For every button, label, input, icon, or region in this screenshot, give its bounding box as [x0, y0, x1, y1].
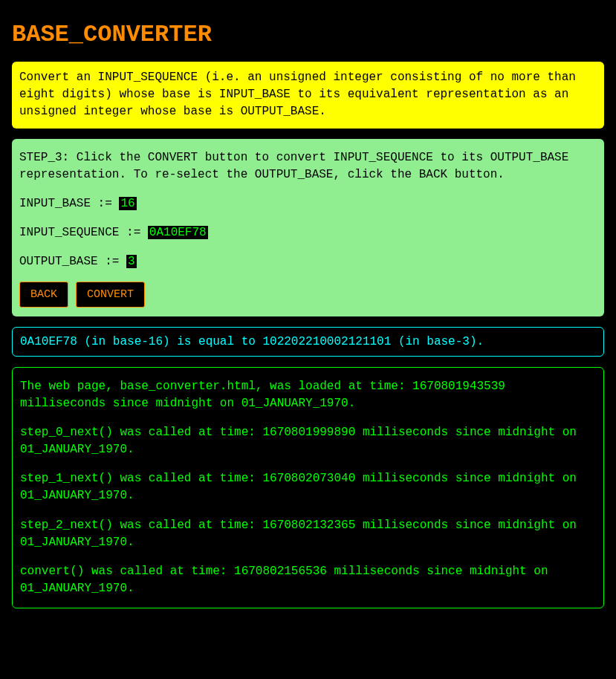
convert-button[interactable]: CONVERT — [76, 282, 145, 308]
log-entry: step_0_next() was called at time: 167080… — [20, 424, 596, 458]
step-instruction: STEP_3: Click the CONVERT button to conv… — [19, 149, 597, 183]
input-sequence-value: 0A10EF78 — [148, 226, 208, 239]
page-title: BASE_CONVERTER — [12, 21, 604, 48]
log-panel: The web page, base_converter.html, was l… — [12, 367, 604, 609]
log-entry: step_1_next() was called at time: 167080… — [20, 470, 596, 504]
result-panel: 0A10EF78 (in base-16) is equal to 102202… — [12, 327, 604, 357]
output-base-row: OUTPUT_BASE := 3 — [19, 253, 597, 270]
description-panel: Convert an INPUT_SEQUENCE (i.e. an unsig… — [12, 62, 604, 129]
back-button[interactable]: BACK — [19, 282, 68, 308]
output-base-value: 3 — [126, 255, 137, 268]
step-panel: STEP_3: Click the CONVERT button to conv… — [12, 139, 604, 316]
log-entry: convert() was called at time: 1670802156… — [20, 563, 596, 597]
input-sequence-label: INPUT_SEQUENCE := — [19, 226, 148, 239]
log-entry: The web page, base_converter.html, was l… — [20, 378, 596, 412]
input-base-label: INPUT_BASE := — [19, 197, 119, 210]
input-sequence-row: INPUT_SEQUENCE := 0A10EF78 — [19, 224, 597, 241]
input-base-row: INPUT_BASE := 16 — [19, 195, 597, 212]
input-base-value: 16 — [119, 197, 136, 210]
log-entry: step_2_next() was called at time: 167080… — [20, 517, 596, 551]
output-base-label: OUTPUT_BASE := — [19, 255, 126, 268]
